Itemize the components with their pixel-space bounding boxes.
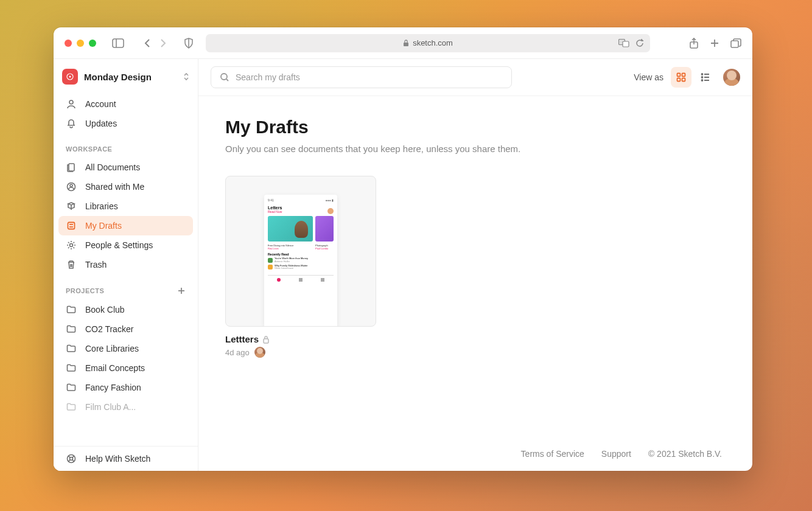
lock-icon (262, 335, 270, 344)
svg-line-27 (72, 460, 74, 462)
sidebar-item-help[interactable]: Help With Sketch (58, 449, 193, 468)
sidebar-item-all-documents[interactable]: All Documents (58, 158, 193, 177)
page-footer: Terms of Service Support © 2021 Sketch B… (225, 437, 726, 459)
close-window-button[interactable] (65, 40, 72, 47)
sidebar-item-libraries[interactable]: Libraries (58, 196, 193, 216)
sidebar-project-email[interactable]: Email Concepts (58, 358, 193, 378)
nav-label: My Drafts (85, 221, 122, 231)
svg-point-19 (70, 244, 73, 247)
url-bar[interactable]: sketch.com (206, 34, 650, 52)
section-projects-header: PROJECTS (58, 274, 193, 300)
svg-line-25 (72, 456, 74, 457)
maximize-window-button[interactable] (89, 40, 96, 47)
chevron-updown-icon (183, 72, 189, 82)
shield-icon (184, 38, 194, 49)
main-panel: View as My Drafts Only you can see docum… (198, 59, 752, 471)
svg-rect-16 (68, 223, 75, 229)
svg-point-34 (702, 74, 703, 75)
search-field[interactable] (211, 66, 512, 88)
sidebar-project-film[interactable]: Film Club A... (58, 397, 193, 417)
nav-label: Core Libraries (85, 344, 139, 353)
sidebar-item-my-drafts[interactable]: My Drafts (58, 216, 193, 235)
nav-label: Updates (85, 119, 117, 128)
folder-icon (66, 325, 77, 333)
support-link[interactable]: Support (601, 449, 631, 459)
workspace-switcher[interactable]: Monday Design (54, 59, 198, 94)
app-body: Monday Design Account Updates WORKSPACE (54, 59, 752, 471)
svg-rect-32 (677, 78, 681, 82)
document-time: 4d ago (225, 348, 250, 357)
search-icon (220, 72, 229, 82)
sidebar-item-updates[interactable]: Updates (58, 114, 193, 133)
svg-rect-30 (677, 74, 681, 77)
tabs-icon[interactable] (730, 38, 741, 49)
folder-icon (66, 344, 77, 353)
workspace-name: Monday Design (84, 72, 177, 82)
nav-label: Help With Sketch (85, 454, 150, 464)
nav-label: CO2 Tracker (85, 324, 133, 334)
nav-label: Shared with Me (85, 182, 144, 192)
nav-label: Account (85, 99, 116, 109)
user-icon (66, 99, 77, 109)
section-workspace-header: WORKSPACE (58, 133, 193, 158)
svg-line-24 (68, 456, 70, 457)
page-subtitle: Only you can see documents that you keep… (225, 144, 726, 154)
content-area: My Drafts Only you can see documents tha… (198, 96, 752, 471)
svg-point-36 (702, 77, 703, 78)
svg-point-11 (69, 76, 71, 78)
grid-view-button[interactable] (671, 67, 691, 88)
share-icon[interactable] (689, 38, 699, 49)
library-icon (66, 201, 77, 211)
forward-button[interactable] (159, 38, 167, 48)
svg-rect-3 (404, 43, 408, 46)
sidebar-project-co2[interactable]: CO2 Tracker (58, 319, 193, 339)
back-button[interactable] (144, 38, 151, 48)
nav-label: Trash (85, 260, 107, 269)
document-card[interactable]: 9:41●●● ▮ Letters Read Now (225, 176, 376, 358)
sidebar-project-fashion[interactable]: Fancy Fashion (58, 378, 193, 397)
svg-point-38 (702, 80, 703, 81)
sidebar-item-trash[interactable]: Trash (58, 255, 193, 274)
tos-link[interactable]: Terms of Service (521, 449, 584, 459)
browser-toolbar: sketch.com (54, 27, 752, 59)
minimize-window-button[interactable] (77, 40, 84, 47)
svg-rect-9 (731, 41, 738, 47)
search-input[interactable] (236, 72, 503, 82)
sidebar-project-core-libraries[interactable]: Core Libraries (58, 339, 193, 358)
svg-rect-31 (682, 74, 685, 77)
sidebar-project-book-club[interactable]: Book Club (58, 300, 193, 319)
new-tab-icon[interactable] (710, 38, 719, 49)
nav-label: Fancy Fashion (85, 383, 141, 392)
sidebar-toggle-icon[interactable] (112, 38, 124, 48)
svg-point-23 (70, 457, 73, 461)
nav-label: Film Club A... (85, 402, 136, 412)
nav-label: Book Club (85, 305, 125, 315)
svg-line-26 (68, 460, 70, 462)
trash-icon (66, 260, 77, 269)
sidebar: Monday Design Account Updates WORKSPACE (54, 59, 198, 471)
sidebar-item-account[interactable]: Account (58, 94, 193, 114)
bell-icon (66, 119, 77, 128)
nav-label: People & Settings (85, 240, 153, 250)
svg-point-12 (69, 100, 73, 104)
translate-icon[interactable] (618, 39, 629, 47)
app-window: sketch.com (54, 27, 752, 471)
user-avatar[interactable] (723, 69, 740, 86)
phone-mock: 9:41●●● ▮ Letters Read Now (264, 195, 337, 327)
document-thumbnail: 9:41●●● ▮ Letters Read Now (225, 176, 376, 327)
folder-icon (66, 305, 77, 314)
editor-avatar (254, 347, 265, 358)
svg-rect-40 (264, 339, 268, 343)
page-title: My Drafts (225, 117, 726, 137)
svg-line-29 (226, 79, 228, 81)
nav-label: All Documents (85, 162, 140, 172)
reload-icon[interactable] (635, 39, 644, 47)
svg-point-15 (70, 184, 72, 187)
list-view-button[interactable] (695, 67, 716, 88)
folder-icon (66, 364, 77, 372)
svg-rect-0 (113, 39, 124, 47)
sidebar-item-shared[interactable]: Shared with Me (58, 177, 193, 196)
documents-icon (66, 162, 77, 172)
sidebar-item-people-settings[interactable]: People & Settings (58, 235, 193, 255)
add-project-button[interactable] (177, 287, 186, 295)
